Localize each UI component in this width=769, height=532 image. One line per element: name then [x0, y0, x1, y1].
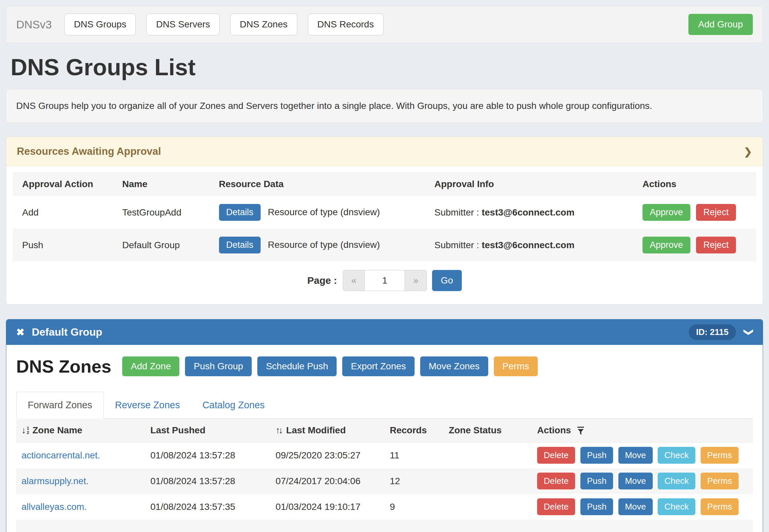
col-resource-data: Resource Data	[214, 172, 429, 196]
tab-forward-zones[interactable]: Forward Zones	[16, 392, 104, 418]
details-button[interactable]: Details	[219, 204, 261, 221]
sort-numeric-icon: ↓12	[21, 425, 29, 436]
nav-dns-groups-button[interactable]: DNS Groups	[64, 14, 136, 35]
tab-catalog-zones[interactable]: Catalog Zones	[191, 392, 276, 418]
add-group-button[interactable]: Add Group	[688, 14, 753, 35]
approval-header-row: Approval Action Name Resource Data Appro…	[13, 172, 756, 196]
last-pushed-cell: 01/08/2024 13:57:35	[145, 494, 270, 520]
perms-row-button[interactable]: Perms	[701, 473, 739, 489]
approval-row: Add TestGroupAdd Details Resource of typ…	[13, 196, 756, 229]
zones-table: ↓12 Zone Name Last Pushed ↑↓ Last Modifi…	[16, 418, 753, 532]
chevron-right-icon[interactable]: ❯	[744, 146, 752, 157]
col-zone-name-label: Zone Name	[32, 425, 82, 436]
nav-dns-zones-button[interactable]: DNS Zones	[230, 14, 297, 35]
col-last-modified-label: Last Modified	[286, 425, 346, 436]
zone-status-cell	[443, 494, 532, 520]
push-group-button[interactable]: Push Group	[185, 356, 251, 376]
schedule-push-button[interactable]: Schedule Push	[257, 356, 337, 376]
approval-table: Approval Action Name Resource Data Appro…	[13, 172, 756, 261]
close-icon[interactable]: ✖	[16, 326, 24, 338]
zone-name-link[interactable]: allvalleyas.com.	[21, 502, 87, 512]
col-zone-actions-label: Actions	[537, 425, 571, 435]
push-button[interactable]: Push	[581, 473, 613, 489]
move-button[interactable]: Move	[619, 498, 653, 515]
col-records: Records	[384, 418, 443, 443]
col-zone-status: Zone Status	[443, 418, 532, 443]
submitter-label: Submitter :	[434, 240, 482, 250]
last-modified-cell: 09/25/2020 23:05:27	[270, 443, 384, 468]
approval-panel-title: Resources Awaiting Approval	[17, 146, 161, 157]
zone-name-link[interactable]: alarmsupply.net.	[21, 476, 88, 486]
zone-actions-cell: Delete Push Move Check Perms	[532, 468, 753, 494]
move-button[interactable]: Move	[619, 473, 653, 489]
filter-icon[interactable]	[577, 426, 585, 435]
nav-dns-records-button[interactable]: DNS Records	[308, 14, 384, 35]
zones-header-row: ↓12 Zone Name Last Pushed ↑↓ Last Modifi…	[16, 418, 753, 443]
move-button[interactable]: Move	[619, 447, 653, 464]
col-zone-name[interactable]: ↓12 Zone Name	[16, 418, 145, 443]
approval-panel: Resources Awaiting Approval ❯ Approval A…	[6, 137, 763, 305]
col-last-pushed: Last Pushed	[145, 418, 270, 443]
table-row: actioncarrental.net. 01/08/2024 13:57:28…	[16, 443, 753, 468]
page-input[interactable]	[365, 270, 405, 291]
go-button[interactable]: Go	[432, 270, 461, 291]
push-button[interactable]: Push	[581, 447, 613, 464]
submitter-email: test3@6connect.com	[482, 207, 574, 217]
perms-button[interactable]: Perms	[494, 356, 538, 376]
group-panel-header: ✖ Default Group ID: 2115 ❯	[6, 319, 763, 345]
last-pushed-cell: 01/08/2024 13:57:28	[145, 443, 270, 468]
col-name: Name	[117, 172, 214, 196]
approval-action-cell: Push	[13, 229, 117, 261]
export-zones-button[interactable]: Export Zones	[342, 356, 415, 376]
records-cell: 12	[384, 468, 443, 494]
group-panel: ✖ Default Group ID: 2115 ❯ DNS Zones Add…	[6, 319, 763, 532]
check-button[interactable]: Check	[658, 447, 695, 464]
group-panel-body: DNS Zones Add Zone Push Group Schedule P…	[6, 345, 763, 532]
submitter-email: test3@6connect.com	[482, 240, 574, 250]
reject-button[interactable]: Reject	[696, 204, 736, 221]
perms-row-button[interactable]: Perms	[701, 498, 739, 515]
reject-button[interactable]: Reject	[696, 237, 736, 253]
sort-icon: ↑↓	[276, 425, 282, 436]
approval-action-cell: Add	[13, 196, 117, 229]
approval-info-cell: Submitter : test3@6connect.com	[429, 196, 637, 229]
next-page-button[interactable]: »	[405, 270, 427, 291]
zone-tabs: Forward Zones Reverse Zones Catalog Zone…	[16, 392, 753, 418]
details-button[interactable]: Details	[219, 237, 261, 253]
tab-reverse-zones[interactable]: Reverse Zones	[104, 392, 191, 418]
approve-button[interactable]: Approve	[643, 204, 690, 221]
zone-actions-cell: Delete Push Move Check Perms	[532, 494, 753, 520]
move-zones-button[interactable]: Move Zones	[420, 356, 488, 376]
col-approval-action: Approval Action	[13, 172, 117, 196]
add-zone-button[interactable]: Add Zone	[122, 356, 179, 376]
app-brand: DNSv3	[16, 18, 52, 31]
pagination: Page : « » Go	[6, 270, 763, 291]
check-button[interactable]: Check	[658, 473, 695, 489]
delete-button[interactable]: Delete	[537, 473, 575, 489]
push-button[interactable]: Push	[581, 498, 613, 515]
nav-dns-servers-button[interactable]: DNS Servers	[146, 14, 219, 35]
perms-row-button[interactable]: Perms	[701, 447, 739, 464]
zone-name-link[interactable]: actioncarrental.net.	[21, 450, 100, 460]
chevron-down-icon[interactable]: ❯	[744, 328, 754, 336]
col-zone-actions: Actions	[532, 418, 753, 443]
col-last-modified[interactable]: ↑↓ Last Modified	[270, 418, 384, 443]
approval-name-cell: Default Group	[117, 229, 214, 261]
approve-button[interactable]: Approve	[643, 237, 690, 253]
delete-button[interactable]: Delete	[537, 447, 575, 464]
table-row: alarmsupply.net. 01/08/2024 13:57:28 07/…	[16, 468, 753, 494]
check-button[interactable]: Check	[658, 498, 695, 515]
group-panel-title: Default Group	[32, 326, 102, 338]
delete-button[interactable]: Delete	[537, 498, 575, 515]
zone-status-cell	[443, 468, 532, 494]
approval-actions-cell: Approve Reject	[637, 196, 756, 229]
col-actions: Actions	[637, 172, 756, 196]
prev-page-button[interactable]: «	[343, 270, 365, 291]
resource-data-text: Resource of type (dnsview)	[268, 207, 380, 217]
resource-data-text: Resource of type (dnsview)	[268, 240, 380, 250]
last-pushed-cell: 01/08/2024 13:57:28	[145, 468, 270, 494]
col-approval-info: Approval Info	[429, 172, 637, 196]
top-navbar: DNSv3 DNS Groups DNS Servers DNS Zones D…	[6, 6, 763, 43]
zones-section-title: DNS Zones	[16, 356, 111, 377]
last-modified-cell: 07/24/2017 20:04:06	[270, 468, 384, 494]
